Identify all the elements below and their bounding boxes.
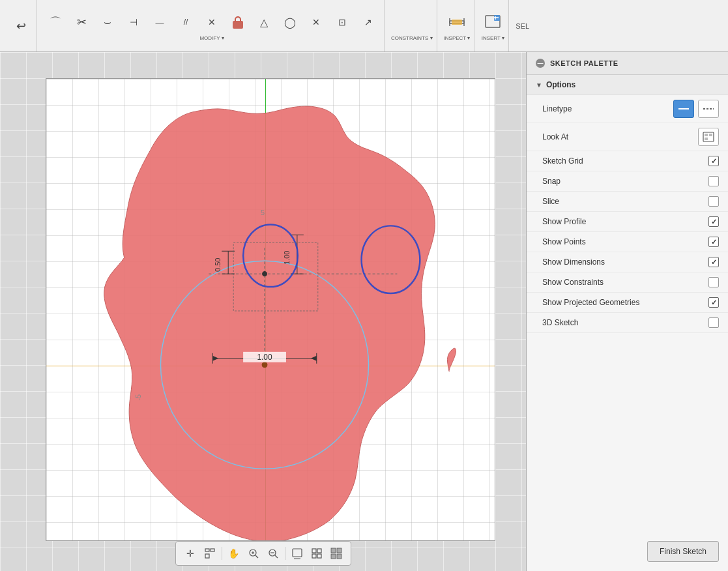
display-mode-btn[interactable] bbox=[288, 544, 306, 563]
svg-rect-50 bbox=[317, 554, 321, 558]
show-profile-checkbox[interactable] bbox=[708, 216, 719, 227]
sketch-grid-row: Sketch Grid bbox=[527, 151, 728, 171]
svg-rect-58 bbox=[705, 134, 708, 136]
svg-rect-52 bbox=[337, 548, 342, 553]
trim-tool[interactable]: ✂ bbox=[70, 10, 93, 34]
finish-sketch-button[interactable]: Finish Sketch bbox=[647, 541, 719, 562]
section-chevron: ▼ bbox=[536, 81, 542, 89]
insert-image-button[interactable] bbox=[481, 10, 504, 34]
move-tool-btn[interactable]: ✛ bbox=[181, 544, 199, 563]
show-points-checkbox[interactable] bbox=[708, 237, 719, 247]
show-profile-row: Show Profile bbox=[527, 212, 728, 232]
back-group: ↩ bbox=[5, 0, 37, 51]
show-dimensions-label: Show Dimensions bbox=[542, 257, 605, 267]
svg-rect-36 bbox=[211, 549, 214, 551]
rect-tool[interactable]: ⊡ bbox=[330, 10, 354, 34]
mirror-tool[interactable]: ⊣ bbox=[122, 10, 145, 34]
svg-point-32 bbox=[263, 271, 267, 275]
toolbar-separator-2 bbox=[285, 547, 285, 560]
show-points-label: Show Points bbox=[542, 237, 586, 246]
toolbar-separator-1 bbox=[222, 547, 222, 560]
show-projected-label: Show Projected Geometries bbox=[542, 298, 639, 307]
look-at-controls bbox=[698, 128, 719, 146]
sketch-tools-group: ⌒ ✂ ⌣ ⊣ — // ✕ △ ◯ ✕ ⊡ ↗ MODIFY ▾ bbox=[40, 0, 385, 51]
palette-spacer bbox=[527, 333, 728, 531]
palette-header: — SKETCH PALETTE bbox=[527, 52, 728, 75]
constraints-group: CONSTRAINTS ▾ bbox=[387, 0, 437, 51]
show-projected-checkbox[interactable] bbox=[708, 297, 719, 308]
linetype-solid-btn[interactable] bbox=[673, 100, 694, 118]
fillet-tool[interactable]: ⌒ bbox=[44, 10, 67, 34]
visual-style-btn[interactable] bbox=[327, 544, 345, 563]
show-constraints-row: Show Constraints bbox=[527, 272, 728, 293]
svg-rect-37 bbox=[205, 554, 209, 558]
options-label: Options bbox=[546, 80, 575, 89]
constraints-label: CONSTRAINTS ▾ bbox=[391, 35, 433, 41]
lock-tool[interactable] bbox=[226, 10, 250, 34]
line-tool[interactable]: — bbox=[148, 10, 171, 34]
cross-tool[interactable]: ✕ bbox=[200, 10, 224, 34]
zoom-fit-btn[interactable] bbox=[264, 544, 282, 563]
options-section-header[interactable]: ▼ Options bbox=[527, 75, 728, 95]
arrow-tool[interactable]: ↗ bbox=[357, 10, 380, 34]
svg-text:5: 5 bbox=[261, 209, 265, 216]
select-group: SEL bbox=[512, 0, 533, 51]
look-at-row: Look At bbox=[527, 123, 728, 151]
svg-rect-47 bbox=[312, 549, 316, 553]
snap-row: Snap bbox=[527, 171, 728, 192]
svg-rect-4 bbox=[452, 20, 462, 25]
show-constraints-label: Show Constraints bbox=[542, 278, 604, 287]
offset-tool[interactable]: ⌣ bbox=[96, 10, 119, 34]
show-points-row: Show Points bbox=[527, 232, 728, 252]
svg-rect-60 bbox=[705, 138, 708, 140]
3d-sketch-label: 3D Sketch bbox=[542, 318, 578, 327]
svg-rect-35 bbox=[205, 549, 209, 551]
show-profile-label: Show Profile bbox=[542, 217, 586, 226]
linetype-dashed-btn[interactable] bbox=[698, 100, 719, 118]
slice-checkbox[interactable] bbox=[708, 196, 719, 207]
svg-point-13 bbox=[262, 362, 267, 368]
svg-rect-46 bbox=[294, 558, 300, 559]
measure-button[interactable] bbox=[445, 10, 469, 34]
svg-rect-54 bbox=[337, 554, 342, 559]
svg-rect-48 bbox=[317, 549, 321, 553]
snap-checkbox[interactable] bbox=[708, 176, 719, 186]
bottom-toolbar: ✛ ✋ bbox=[175, 541, 351, 566]
grid-display-btn[interactable] bbox=[308, 544, 326, 563]
slice-row: Slice bbox=[527, 192, 728, 212]
x-tool[interactable]: ✕ bbox=[304, 10, 328, 34]
pan-btn[interactable]: ✋ bbox=[225, 544, 243, 563]
inspect-label: INSPECT ▾ bbox=[444, 35, 471, 41]
insert-group: INSERT ▾ bbox=[477, 0, 509, 51]
linetype-label: Linetype bbox=[542, 104, 572, 113]
look-at-btn[interactable] bbox=[698, 128, 719, 146]
sketch-grid-label: Sketch Grid bbox=[542, 156, 583, 166]
back-button[interactable]: ↩ bbox=[9, 14, 33, 38]
linetype-controls bbox=[673, 100, 719, 118]
fit-view-btn[interactable] bbox=[201, 544, 219, 563]
svg-line-43 bbox=[275, 555, 278, 558]
parallel-tool[interactable]: // bbox=[174, 10, 197, 34]
zoom-window-btn[interactable] bbox=[244, 544, 263, 563]
3d-sketch-checkbox[interactable] bbox=[708, 317, 719, 328]
show-constraints-checkbox[interactable] bbox=[708, 277, 719, 287]
svg-text:1.00: 1.00 bbox=[283, 251, 291, 265]
svg-rect-45 bbox=[293, 549, 302, 557]
insert-label: INSERT ▾ bbox=[482, 35, 504, 41]
sketch-viewport: 0.50 1.00 1.00 bbox=[46, 78, 495, 541]
svg-rect-51 bbox=[331, 548, 336, 553]
triangle-tool[interactable]: △ bbox=[252, 10, 276, 34]
canvas-area[interactable]: 0.50 1.00 1.00 bbox=[0, 52, 526, 571]
select-label: SEL bbox=[516, 14, 529, 38]
3d-sketch-row: 3D Sketch bbox=[527, 313, 728, 333]
svg-text:1.00: 1.00 bbox=[257, 353, 272, 362]
sketch-palette: — SKETCH PALETTE ▼ Options Linetype Look… bbox=[526, 52, 728, 571]
sketch-canvas: 0.50 1.00 1.00 bbox=[46, 79, 495, 540]
show-dimensions-checkbox[interactable] bbox=[708, 257, 719, 267]
circle-tool[interactable]: ◯ bbox=[278, 10, 302, 34]
svg-rect-59 bbox=[709, 134, 712, 136]
main-area: 0.50 1.00 1.00 bbox=[0, 52, 728, 571]
sketch-grid-checkbox[interactable] bbox=[708, 156, 719, 166]
main-toolbar: ↩ ⌒ ✂ ⌣ ⊣ — // ✕ △ ◯ ✕ ⊡ ↗ MODIFY ▾ bbox=[0, 0, 728, 52]
palette-icon: — bbox=[536, 59, 545, 68]
